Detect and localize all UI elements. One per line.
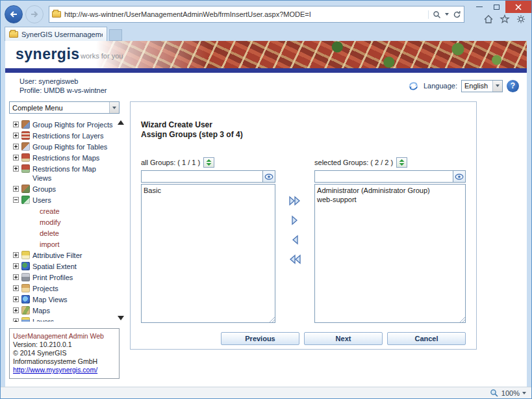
zoom-level[interactable]: 100%	[501, 389, 520, 397]
reload-all-groups-button[interactable]	[203, 157, 214, 168]
move-all-left-button[interactable]	[287, 253, 303, 266]
move-right-button[interactable]	[287, 214, 303, 227]
collapse-minus-icon[interactable]	[13, 197, 19, 203]
sidebar-item-print-profiles[interactable]: Print Profiles	[9, 272, 115, 283]
all-groups-filter-button[interactable]	[263, 170, 275, 183]
next-button[interactable]: Next	[304, 332, 383, 345]
resize-grip-icon[interactable]	[459, 316, 465, 322]
sidebar-item-users-create[interactable]: create	[9, 205, 115, 216]
sidebar-item-label: Group Rights for Projects	[32, 120, 113, 129]
help-button[interactable]: ?	[507, 80, 519, 92]
list-item[interactable]: Administrator (Administrator Group)	[316, 186, 464, 195]
address-dropdown-icon[interactable]	[445, 13, 449, 16]
browser-window: http://w-ws-wintner/UserManagementAdminW…	[0, 0, 532, 399]
expand-plus-icon[interactable]	[13, 252, 19, 258]
sidebar-item-label: Restrictions for Maps	[32, 153, 104, 162]
expand-plus-icon[interactable]	[13, 166, 19, 172]
refresh-icon[interactable]	[453, 10, 461, 19]
sidebar-item-label: create	[40, 206, 60, 216]
sidebar-item-restrictions-for-map-views[interactable]: Restrictions for Map Views	[9, 163, 115, 183]
sidebar-item-label: Users	[32, 195, 51, 205]
sidebar-item-restrictions-for-maps[interactable]: Restrictions for Maps	[9, 152, 115, 163]
sidebar-item-map-views[interactable]: Map Views	[9, 294, 115, 305]
forward-button[interactable]	[25, 5, 44, 23]
sidebar-item-restrictions-for-layers[interactable]: Restrictions for Layers	[9, 130, 115, 141]
expand-plus-icon[interactable]	[13, 155, 19, 161]
address-bar[interactable]: http://w-ws-wintner/UserManagementAdminW…	[49, 6, 464, 23]
all-groups-listbox[interactable]: Basic	[141, 184, 275, 323]
zoom-dropdown-icon[interactable]	[522, 392, 526, 394]
sidebar-item-users[interactable]: Users	[9, 194, 115, 205]
language-select-button[interactable]	[492, 81, 502, 92]
expand-plus-icon[interactable]	[13, 122, 19, 127]
wizard-title: Wizard Create User	[141, 120, 466, 130]
sidebar-item-group-rights-for-projects[interactable]: Group Rights for Projects	[9, 119, 115, 130]
sync-arrows-icon[interactable]	[407, 81, 420, 92]
tree-scrollbar[interactable]	[116, 119, 125, 322]
sidebar-item-maps[interactable]: Maps	[9, 305, 115, 316]
sidebar-item-spatial-extent[interactable]: Spatial Extent	[9, 261, 115, 272]
header-banner: synergis works for you	[5, 41, 527, 68]
list-item[interactable]: web-support	[316, 195, 464, 204]
eye-icon	[455, 174, 464, 180]
wizard-step-subtitle: Assign Groups (step 3 of 4)	[141, 130, 466, 140]
expand-plus-icon[interactable]	[13, 285, 19, 291]
footer-copyright: © 2014 SynerGIS	[13, 349, 116, 357]
menu-filter-select[interactable]: Complete Menu	[9, 101, 120, 114]
expand-plus-icon[interactable]	[13, 318, 19, 322]
close-button[interactable]	[505, 1, 531, 13]
map-views-icon	[21, 295, 30, 303]
search-icon[interactable]	[433, 10, 441, 19]
url-text[interactable]: http://w-ws-wintner/UserManagementAdminW…	[64, 10, 428, 18]
language-select[interactable]: English	[461, 80, 503, 92]
sidebar-item-users-import[interactable]: import	[9, 238, 115, 250]
sidebar-item-group-rights-for-tables[interactable]: Group Rights for Tables	[9, 141, 115, 152]
sidebar-item-label: Restrictions for Layers	[32, 131, 103, 140]
cancel-button[interactable]: Cancel	[387, 332, 466, 345]
move-all-right-button[interactable]	[287, 194, 303, 207]
new-tab-button[interactable]	[109, 29, 122, 41]
back-button[interactable]	[5, 5, 23, 23]
resize-grip-icon[interactable]	[268, 316, 275, 322]
expand-plus-icon[interactable]	[13, 144, 19, 149]
footer-website-link[interactable]: http://www.mysynergis.com/	[13, 366, 97, 374]
sidebar-item-users-modify[interactable]: modify	[9, 216, 115, 227]
tab-synergis-usermanagement[interactable]: SynerGIS Usermanagement ...	[5, 27, 107, 41]
expand-plus-icon[interactable]	[13, 274, 19, 280]
minimize-button[interactable]	[470, 1, 488, 13]
menu-select-button[interactable]	[109, 102, 119, 113]
sidebar-item-groups[interactable]: Groups	[9, 183, 115, 194]
list-item[interactable]: Basic	[143, 186, 273, 195]
maximize-button[interactable]	[488, 1, 505, 13]
synergis-logo: synergis	[16, 45, 80, 63]
settings-gear-icon[interactable]	[516, 14, 526, 24]
wizard-buttons: Previous Next Cancel	[141, 332, 466, 345]
previous-button[interactable]: Previous	[221, 332, 299, 345]
sidebar-item-attributive-filter[interactable]: Attributive Filter	[9, 250, 115, 261]
expand-plus-icon[interactable]	[13, 263, 19, 269]
sidebar-item-label: Layers	[32, 316, 54, 322]
scroll-down-icon[interactable]	[118, 316, 124, 320]
expand-plus-icon[interactable]	[13, 133, 19, 138]
sidebar-item-projects[interactable]: Projects	[9, 283, 115, 294]
zoom-magnifier-icon[interactable]	[490, 389, 499, 397]
sidebar-item-label: Spatial Extent	[32, 261, 77, 271]
transfer-buttons	[275, 157, 314, 323]
move-left-button[interactable]	[287, 233, 303, 246]
home-icon[interactable]	[483, 14, 494, 24]
selected-groups-filter-button[interactable]	[453, 170, 466, 183]
selected-groups-filter-input[interactable]	[314, 170, 453, 183]
main-content: Complete Menu Group Rights for Projects …	[5, 99, 527, 387]
reload-selected-groups-button[interactable]	[396, 157, 407, 168]
sidebar-item-users-delete[interactable]: delete	[9, 227, 115, 238]
layers-icon	[21, 317, 30, 322]
sidebar-item-layers[interactable]: Layers	[9, 316, 115, 322]
expand-plus-icon[interactable]	[13, 296, 19, 302]
expand-plus-icon[interactable]	[13, 307, 19, 313]
selected-groups-listbox[interactable]: Administrator (Administrator Group) web-…	[314, 184, 466, 323]
favorites-star-icon[interactable]	[500, 14, 510, 24]
all-groups-filter-input[interactable]	[141, 170, 263, 183]
scroll-up-icon[interactable]	[118, 120, 124, 125]
all-groups-label: all Groups: ( 1 / 1 )	[141, 159, 200, 166]
expand-plus-icon[interactable]	[13, 186, 19, 192]
